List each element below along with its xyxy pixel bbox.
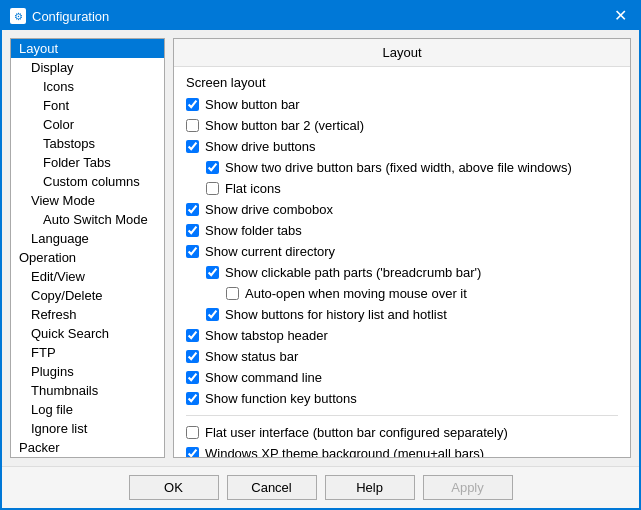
- checkbox-label: Show two drive button bars (fixed width,…: [225, 160, 572, 175]
- checkbox-row: Show button bar: [186, 96, 618, 113]
- checkbox-label: Auto-open when moving mouse over it: [245, 286, 467, 301]
- checkbox-label: Show current directory: [205, 244, 335, 259]
- checkbox-row: Auto-open when moving mouse over it: [186, 285, 618, 302]
- bottom-checkbox-row: Windows XP theme background (menu+all ba…: [186, 445, 618, 457]
- checkbox-label: Show buttons for history list and hotlis…: [225, 307, 447, 322]
- right-panel: Layout Screen layout Show button barShow…: [173, 38, 631, 458]
- sidebar-item-display[interactable]: Display: [11, 58, 164, 77]
- sidebar-item-layout[interactable]: Layout: [11, 39, 164, 58]
- checkbox-label: Show button bar 2 (vertical): [205, 118, 364, 133]
- checkbox-input[interactable]: [186, 98, 199, 111]
- sidebar-item-view-mode[interactable]: View Mode: [11, 191, 164, 210]
- separator: [186, 415, 618, 416]
- configuration-window: ⚙ Configuration ✕ LayoutDisplayIconsFont…: [0, 0, 641, 510]
- sidebar-item-icons[interactable]: Icons: [11, 77, 164, 96]
- sidebar-item-auto-switch-mode[interactable]: Auto Switch Mode: [11, 210, 164, 229]
- button-bar: OK Cancel Help Apply: [2, 466, 639, 508]
- checkbox-input[interactable]: [186, 350, 199, 363]
- cancel-button[interactable]: Cancel: [227, 475, 317, 500]
- checkbox-input[interactable]: [206, 308, 219, 321]
- checkbox-input[interactable]: [186, 426, 199, 439]
- checkbox-label: Show command line: [205, 370, 322, 385]
- checkbox-row: Show function key buttons: [186, 390, 618, 407]
- sidebar-item-plugins[interactable]: Plugins: [11, 362, 164, 381]
- checkbox-input[interactable]: [206, 266, 219, 279]
- checkbox-input[interactable]: [186, 203, 199, 216]
- apply-button[interactable]: Apply: [423, 475, 513, 500]
- main-checkboxes-container: Show button barShow button bar 2 (vertic…: [186, 96, 618, 407]
- main-content: LayoutDisplayIconsFontColorTabstopsFolde…: [2, 30, 639, 466]
- checkbox-row: Show current directory: [186, 243, 618, 260]
- checkbox-input[interactable]: [186, 140, 199, 153]
- sidebar-item-folder-tabs[interactable]: Folder Tabs: [11, 153, 164, 172]
- checkbox-label: Show status bar: [205, 349, 298, 364]
- sidebar-item-color[interactable]: Color: [11, 115, 164, 134]
- section-label: Screen layout: [186, 75, 618, 90]
- checkbox-input[interactable]: [206, 182, 219, 195]
- sidebar-item-thumbnails[interactable]: Thumbnails: [11, 381, 164, 400]
- sidebar-item-copy/delete[interactable]: Copy/Delete: [11, 286, 164, 305]
- checkbox-label: Show tabstop header: [205, 328, 328, 343]
- checkbox-label: Windows XP theme background (menu+all ba…: [205, 446, 484, 457]
- checkbox-row: Show status bar: [186, 348, 618, 365]
- checkbox-label: Show clickable path parts ('breadcrumb b…: [225, 265, 481, 280]
- checkbox-row: Show two drive button bars (fixed width,…: [186, 159, 618, 176]
- sidebar-item-ignore-list[interactable]: Ignore list: [11, 419, 164, 438]
- panel-title: Layout: [174, 39, 630, 67]
- window-icon: ⚙: [10, 8, 26, 24]
- sidebar-item-zip-packer[interactable]: Zip packer: [11, 457, 164, 458]
- checkbox-row: Show clickable path parts ('breadcrumb b…: [186, 264, 618, 281]
- bottom-checkbox-row: Flat user interface (button bar configur…: [186, 424, 618, 441]
- checkbox-input[interactable]: [206, 161, 219, 174]
- sidebar-item-edit/view[interactable]: Edit/View: [11, 267, 164, 286]
- checkbox-row: Show drive buttons: [186, 138, 618, 155]
- sidebar-item-operation[interactable]: Operation: [11, 248, 164, 267]
- checkbox-label: Show drive combobox: [205, 202, 333, 217]
- bottom-checkboxes-container: Flat user interface (button bar configur…: [186, 424, 618, 457]
- checkbox-row: Flat icons: [186, 180, 618, 197]
- sidebar-item-tabstops[interactable]: Tabstops: [11, 134, 164, 153]
- checkbox-label: Show folder tabs: [205, 223, 302, 238]
- sidebar-item-quick-search[interactable]: Quick Search: [11, 324, 164, 343]
- sidebar-item-font[interactable]: Font: [11, 96, 164, 115]
- checkbox-row: Show buttons for history list and hotlis…: [186, 306, 618, 323]
- checkbox-input[interactable]: [186, 392, 199, 405]
- checkbox-input[interactable]: [186, 245, 199, 258]
- checkbox-label: Show function key buttons: [205, 391, 357, 406]
- sidebar-item-ftp[interactable]: FTP: [11, 343, 164, 362]
- window-title: Configuration: [32, 9, 109, 24]
- checkbox-input[interactable]: [226, 287, 239, 300]
- sidebar: LayoutDisplayIconsFontColorTabstopsFolde…: [10, 38, 165, 458]
- checkbox-row: Show folder tabs: [186, 222, 618, 239]
- ok-button[interactable]: OK: [129, 475, 219, 500]
- checkbox-input[interactable]: [186, 329, 199, 342]
- checkbox-label: Flat user interface (button bar configur…: [205, 425, 508, 440]
- checkbox-input[interactable]: [186, 119, 199, 132]
- sidebar-item-log-file[interactable]: Log file: [11, 400, 164, 419]
- checkbox-label: Show button bar: [205, 97, 300, 112]
- help-button[interactable]: Help: [325, 475, 415, 500]
- checkbox-input[interactable]: [186, 447, 199, 457]
- checkbox-label: Flat icons: [225, 181, 281, 196]
- sidebar-item-packer[interactable]: Packer: [11, 438, 164, 457]
- sidebar-item-custom-columns[interactable]: Custom columns: [11, 172, 164, 191]
- checkbox-input[interactable]: [186, 224, 199, 237]
- sidebar-item-refresh[interactable]: Refresh: [11, 305, 164, 324]
- checkbox-row: Show tabstop header: [186, 327, 618, 344]
- close-button[interactable]: ✕: [610, 8, 631, 24]
- checkbox-input[interactable]: [186, 371, 199, 384]
- title-bar: ⚙ Configuration ✕: [2, 2, 639, 30]
- panel-body: Screen layout Show button barShow button…: [174, 67, 630, 457]
- checkbox-label: Show drive buttons: [205, 139, 316, 154]
- sidebar-item-language[interactable]: Language: [11, 229, 164, 248]
- checkbox-row: Show command line: [186, 369, 618, 386]
- checkbox-row: Show drive combobox: [186, 201, 618, 218]
- checkbox-row: Show button bar 2 (vertical): [186, 117, 618, 134]
- title-bar-left: ⚙ Configuration: [10, 8, 109, 24]
